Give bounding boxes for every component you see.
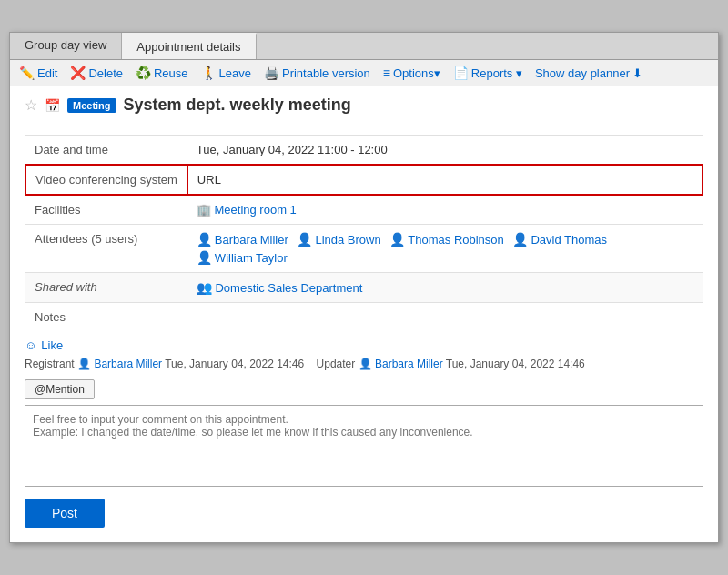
notes-row: Notes [25,303,703,332]
video-conf-row: Video conferencing system URL [25,165,703,195]
meeting-header: ☆ 📅 Meeting System dept. weekly meeting [25,96,703,122]
attendees-row: Attendees (5 users) 👤 Barbara Miller 👤 L… [25,225,703,273]
registrant-line: Registrant 👤 Barbara Miller Tue, January… [25,358,703,379]
meeting-room-link[interactable]: Meeting room 1 [214,203,296,217]
facilities-label: Facilities [25,195,187,225]
options-icon: ≡ [383,66,390,80]
calendar-icon: 📅 [45,98,60,113]
reports-icon: 📄 [453,66,469,80]
like-label: Like [41,338,63,352]
attendees-line2: 👤 William Taylor [197,250,693,265]
facilities-value: 🏢 Meeting room 1 [187,195,703,225]
delete-icon: ❌ [70,66,86,80]
facilities-icon: 🏢 [197,203,211,217]
tab-bar: Group day view Appointment details [10,33,718,60]
user-icon-thomas: 👤 [389,232,405,247]
download-icon: ⬇ [632,66,642,80]
shared-label: Shared with [25,273,187,303]
post-section: Post [25,489,703,528]
attendee-william[interactable]: 👤 William Taylor [197,250,288,265]
comment-input[interactable] [25,405,703,487]
mention-section: @Mention [25,379,703,405]
shared-value: 👥 Domestic Sales Department [187,273,703,303]
like-icon: ☺ [25,338,36,352]
main-window: Group day view Appointment details ✏️ Ed… [9,32,719,543]
facilities-row: Facilities 🏢 Meeting room 1 [25,195,703,225]
like-section[interactable]: ☺ Like [25,331,703,358]
user-icon-linda: 👤 [297,232,312,247]
user-icon-david: 👤 [512,232,528,247]
mention-button[interactable]: @Mention [25,379,95,399]
printable-button[interactable]: 🖨️ Printable version [264,66,370,80]
details-table: Date and time Tue, January 04, 2022 11:0… [25,135,703,331]
edit-icon: ✏️ [19,66,35,80]
registrant-prefix: Registrant [25,358,75,370]
options-button[interactable]: ≡ Options▾ [383,66,440,80]
notes-label: Notes [25,303,187,332]
updater-date: Tue, January 04, 2022 14:46 [446,358,585,370]
shared-dept-link[interactable]: Domestic Sales Department [215,281,362,295]
attendee-thomas[interactable]: 👤 Thomas Robinson [389,232,504,247]
updater-icon: 👤 [359,358,372,370]
meeting-title: System dept. weekly meeting [124,96,351,115]
updater-prefix: Updater [317,358,356,370]
edit-button[interactable]: ✏️ Edit [19,66,57,80]
delete-button[interactable]: ❌ Delete [70,66,123,80]
leave-icon: 🚶 [201,66,217,80]
toolbar: ✏️ Edit ❌ Delete ♻️ Reuse 🚶 Leave 🖨️ Pri… [10,60,718,86]
shared-row: Shared with 👥 Domestic Sales Department [25,273,703,303]
group-icon: 👥 [197,280,212,295]
meeting-badge: Meeting [67,98,116,113]
attendee-david[interactable]: 👤 David Thomas [512,232,607,247]
tab-appointment-details[interactable]: Appointment details [122,33,256,59]
user-icon-william: 👤 [197,250,212,265]
print-icon: 🖨️ [264,66,279,80]
reuse-icon: ♻️ [136,66,151,80]
date-time-row: Date and time Tue, January 04, 2022 11:0… [25,136,703,166]
reports-button[interactable]: 📄 Reports ▾ [453,66,522,80]
attendees-label: Attendees (5 users) [25,225,187,273]
video-label: Video conferencing system [25,165,187,195]
updater-name[interactable]: Barbara Miller [375,358,443,370]
registrant-icon: 👤 [77,358,91,370]
notes-value [187,303,703,332]
attendee-linda[interactable]: 👤 Linda Brown [297,232,380,247]
attendees-value: 👤 Barbara Miller 👤 Linda Brown 👤 Thomas … [187,225,703,273]
attendees-line1: 👤 Barbara Miller 👤 Linda Brown 👤 Thomas … [197,232,693,247]
tab-group-day[interactable]: Group day view [10,33,122,59]
show-planner-button[interactable]: Show day planner ⬇ [535,66,642,80]
post-button[interactable]: Post [25,499,105,528]
user-icon-barbara: 👤 [197,232,212,247]
content-area: ☆ 📅 Meeting System dept. weekly meeting … [10,86,718,542]
date-value: Tue, January 04, 2022 11:00 - 12:00 [187,136,703,166]
registrant-name[interactable]: Barbara Miller [94,358,162,370]
video-value: URL [187,165,703,195]
attendee-barbara[interactable]: 👤 Barbara Miller [197,232,288,247]
star-icon[interactable]: ☆ [25,96,37,114]
date-label: Date and time [25,136,187,166]
reuse-button[interactable]: ♻️ Reuse [136,66,188,80]
leave-button[interactable]: 🚶 Leave [201,66,251,80]
registrant-date: Tue, January 04, 2022 14:46 [165,358,304,370]
